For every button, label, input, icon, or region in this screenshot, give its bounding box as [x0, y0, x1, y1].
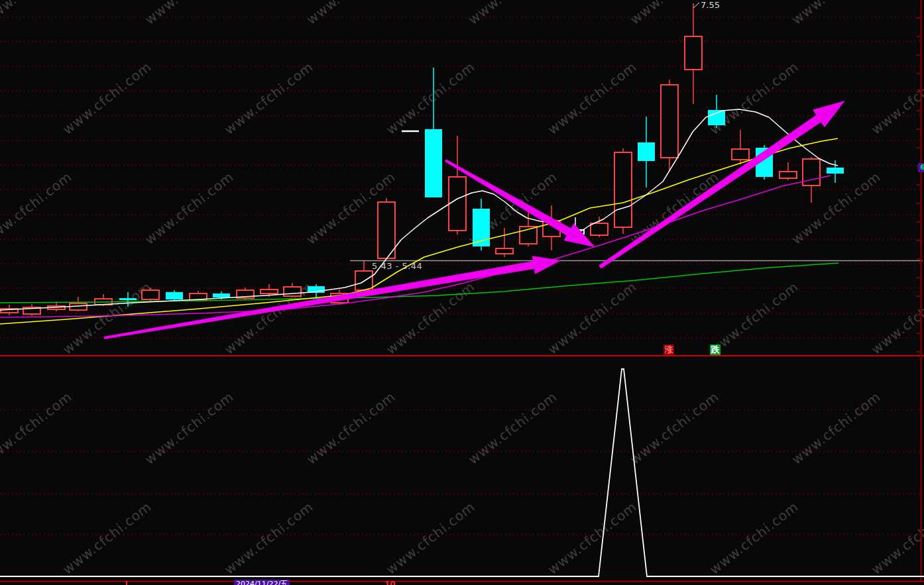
candle-body [591, 223, 608, 235]
candle-body [284, 287, 301, 296]
candle-body [708, 110, 725, 125]
candle-body [661, 85, 678, 158]
candle-body [685, 36, 702, 70]
indicator-value-label: 10 [384, 580, 396, 585]
candle-body [496, 248, 513, 254]
candle-body [213, 293, 230, 297]
candle-body [142, 290, 159, 299]
ma-white [0, 109, 838, 310]
candle-body [166, 292, 183, 299]
candle-body [732, 149, 749, 160]
candle-body [119, 298, 137, 300]
candle-body [425, 129, 442, 197]
date-label: 2024/11/22/五 [234, 580, 290, 585]
high-price-label: 7.55 [701, 1, 720, 10]
rise-legend-badge: 涨 [664, 345, 674, 355]
right-axis-price-badge: 6 [918, 163, 924, 172]
indicator-line [0, 369, 924, 576]
candle-body [780, 172, 797, 178]
candle-body [827, 168, 844, 174]
candle-body [449, 177, 466, 231]
chart-canvas[interactable] [0, 0, 924, 585]
candle-body [614, 152, 632, 227]
candle-body [378, 202, 395, 258]
candle-body [638, 142, 655, 161]
level-price-label: 5.43 - 5.44 [372, 262, 422, 271]
fall-legend-badge: 跌 [710, 345, 721, 355]
candle-body [355, 271, 373, 290]
high-pointer [693, 3, 699, 8]
candle-body [260, 290, 278, 293]
stock-chart-window: www.cfchi.comwww.cfchi.comwww.cfchi.comw… [0, 0, 924, 585]
